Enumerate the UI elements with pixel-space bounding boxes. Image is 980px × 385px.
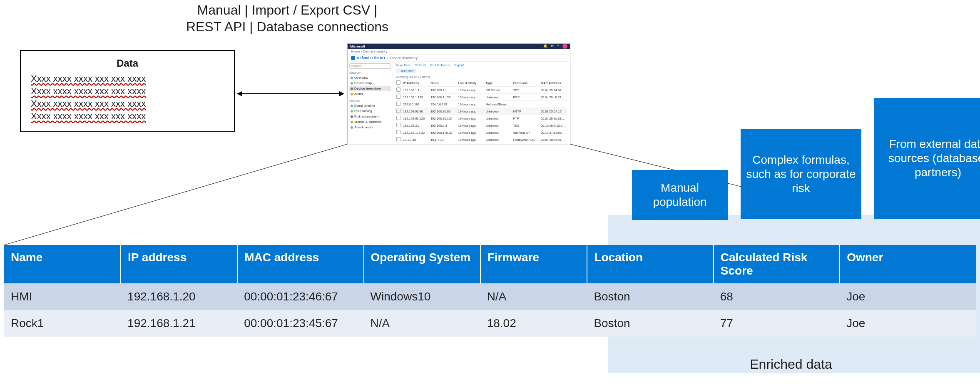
- mini-table-row[interactable]: 192.168.178.32192.168.178.3219 hours ago…: [395, 129, 567, 136]
- column-header-mac-address: MAC address: [237, 245, 363, 283]
- mini-table-row[interactable]: 192.168.90.126192.168.90.12619 hours ago…: [395, 115, 567, 122]
- mini-col-name[interactable]: Name: [430, 80, 457, 87]
- mini-cell: 192.168.90.90: [430, 108, 457, 115]
- mini-cell: 19 hours ago: [457, 101, 485, 108]
- mini-col-type[interactable]: Type: [485, 80, 512, 87]
- table-cell: 192.168.1.20: [121, 283, 237, 310]
- svg-line-1: [4, 144, 347, 245]
- mini-cell: FTP: [512, 115, 540, 122]
- column-header-ip-address: IP address: [121, 245, 237, 283]
- sidebar-item-icon: [351, 121, 353, 123]
- sidebar-item-icon: [351, 126, 353, 129]
- data-placeholder-line: Xxxx xxxx xxxx xxx xxx xxxx: [31, 72, 224, 85]
- refresh-button[interactable]: Refresh: [415, 63, 426, 67]
- sidebar-item-device-map[interactable]: Device map: [349, 80, 391, 86]
- table-cell: N/A: [364, 310, 480, 337]
- brand-label: Microsoft: [350, 45, 365, 48]
- mini-cell: 19 hours ago: [457, 136, 485, 143]
- edit-columns-button[interactable]: Edit Columns: [430, 63, 450, 67]
- search-input[interactable]: Search: [349, 63, 391, 69]
- table-cell: 192.168.1.21: [121, 310, 237, 337]
- result-count: Showing 23 of 23 items: [395, 75, 567, 79]
- row-checkbox[interactable]: [396, 95, 400, 99]
- row-checkbox[interactable]: [396, 130, 400, 134]
- export-button[interactable]: Export: [454, 63, 464, 67]
- mini-cell: Unknown: [485, 108, 512, 115]
- mini-cell: 19 hours ago: [457, 129, 485, 136]
- table-cell: Joe: [840, 310, 976, 337]
- row-checkbox[interactable]: [396, 109, 400, 113]
- breadcrumb: Home › Device inventory: [348, 49, 570, 55]
- sidebar-item-attack-vector[interactable]: Attack vector: [349, 125, 391, 130]
- bidirectional-arrow: [235, 88, 348, 100]
- external-data-box: Data Xxxx xxxx xxxx xxx xxx xxxx Xxxx xx…: [20, 50, 235, 132]
- mini-cell: 224.0.0.193: [402, 101, 430, 108]
- table-cell: Boston: [587, 283, 713, 310]
- page-title-row: Defender for IoT | Device inventory: [348, 55, 570, 62]
- mini-table-row[interactable]: 192.168.1.1192.168.1.119 hours agoDB Ser…: [395, 87, 567, 94]
- sidebar-item-data-mining[interactable]: Data mining: [349, 108, 391, 114]
- sidebar-item-label: Device map: [354, 81, 372, 85]
- table-cell: N/A: [480, 283, 587, 310]
- sidebar-item-label: Event timeline: [354, 104, 375, 108]
- mini-cell: 192.168.1.133: [430, 94, 457, 101]
- mini-col-protocols[interactable]: Protocols: [512, 80, 540, 87]
- sidebar-item-icon: [351, 115, 353, 118]
- table-cell: Rock1: [4, 310, 121, 337]
- mini-cell: 10.1.7.10: [402, 136, 430, 143]
- sidebar-item-overview[interactable]: Overview: [349, 75, 391, 80]
- mini-cell: 192.168.90.126: [402, 115, 430, 122]
- row-checkbox[interactable]: [396, 116, 400, 120]
- mini-table-row[interactable]: 192.168.1.133192.168.1.13319 hours agoUn…: [395, 94, 567, 101]
- main-panel: Save filter Refresh Edit Columns Export …: [393, 62, 570, 145]
- mini-cell: Unknown: [485, 115, 512, 122]
- table-cell: Boston: [587, 310, 713, 337]
- user-avatar[interactable]: [562, 44, 567, 49]
- row-checkbox[interactable]: [396, 102, 400, 106]
- sidebar-item-device-inventory[interactable]: Device inventory: [349, 86, 391, 91]
- sidebar-item-label: Risk assessment: [354, 115, 379, 118]
- mini-cell: 10.1.7.10: [430, 136, 457, 143]
- mini-table-row[interactable]: 224.0.0.193224.0.0.19319 hours agoMultic…: [395, 101, 567, 108]
- save-filter-button[interactable]: Save filter: [395, 63, 410, 67]
- mini-cell: 192.168.1.133: [402, 94, 430, 101]
- mini-col-mac-address[interactable]: MAC Address: [540, 80, 567, 87]
- mini-cell: 00:01:05:04:17:04…: [540, 108, 567, 115]
- sidebar-group-discover: Discover: [349, 71, 391, 74]
- mini-cell: HTTP: [512, 108, 540, 115]
- mini-cell: Siemens S7: [512, 129, 540, 136]
- row-checkbox[interactable]: [396, 137, 400, 141]
- sidebar-item-alerts[interactable]: Alerts: [349, 91, 391, 97]
- callout-external-sources: From external data sources (database, pa…: [874, 98, 980, 219]
- row-checkbox[interactable]: [396, 88, 400, 92]
- notifications-icon[interactable]: 🔔: [543, 44, 547, 48]
- mini-cell: 19 hours ago: [457, 122, 485, 129]
- sidebar-item-icon: [351, 77, 353, 79]
- enriched-device-table: NameIP addressMAC addressOperating Syste…: [4, 245, 976, 337]
- column-header-location: Location: [587, 245, 713, 283]
- caption-line-1: Manual | Import / Export CSV |: [160, 2, 414, 18]
- sidebar-item-risk-assessment[interactable]: Risk assessment: [349, 114, 391, 119]
- callout-text: Complex formulas, such as for corporate …: [743, 153, 859, 195]
- sidebar-item-event-timeline[interactable]: Event timeline: [349, 103, 391, 108]
- shield-icon: [351, 56, 355, 60]
- mini-table-row[interactable]: 192.168.90.90192.168.90.9019 hours agoUn…: [395, 108, 567, 115]
- select-all-checkbox[interactable]: [396, 80, 400, 85]
- mini-cell: 00:0c:29:74:84…: [540, 87, 567, 94]
- sidebar-item-label: Overview: [354, 76, 368, 80]
- table-cell: 77: [714, 310, 840, 337]
- mini-table-row[interactable]: 192.168.2.2192.168.2.219 hours agoUnknow…: [395, 122, 567, 129]
- row-checkbox[interactable]: [396, 123, 400, 127]
- mini-col-last-activity[interactable]: Last Activity: [457, 80, 485, 87]
- mini-cell: 192.168.90.90: [402, 108, 430, 115]
- mini-cell: [540, 101, 567, 108]
- mini-cell: 192.168.1.1: [402, 87, 430, 94]
- add-filter-pill[interactable]: + Add filter: [395, 69, 416, 73]
- table-cell: 00:00:01:23:45:67: [237, 310, 363, 337]
- mini-table-row[interactable]: 10.1.7.1010.1.7.1019 hours agoUnknownHon…: [395, 136, 567, 143]
- sidebar-item-trends-statistics[interactable]: Trends & statistics: [349, 119, 391, 125]
- sidebar-item-label: Trends & statistics: [354, 120, 381, 124]
- mini-col-ip-address[interactable]: IP Address: [402, 80, 430, 87]
- settings-icon[interactable]: ⚙: [551, 44, 554, 48]
- help-icon[interactable]: ?: [557, 44, 559, 48]
